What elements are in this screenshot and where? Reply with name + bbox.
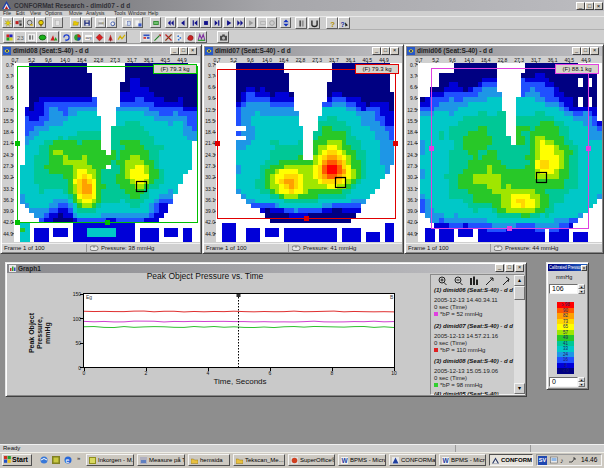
svg-text:♪: ♪ bbox=[560, 457, 564, 464]
svg-text:W: W bbox=[342, 457, 349, 464]
svg-text:B: B bbox=[390, 294, 394, 300]
svg-text:W: W bbox=[443, 457, 450, 464]
svg-text:Eg: Eg bbox=[86, 294, 92, 300]
svg-text:e: e bbox=[66, 457, 70, 464]
